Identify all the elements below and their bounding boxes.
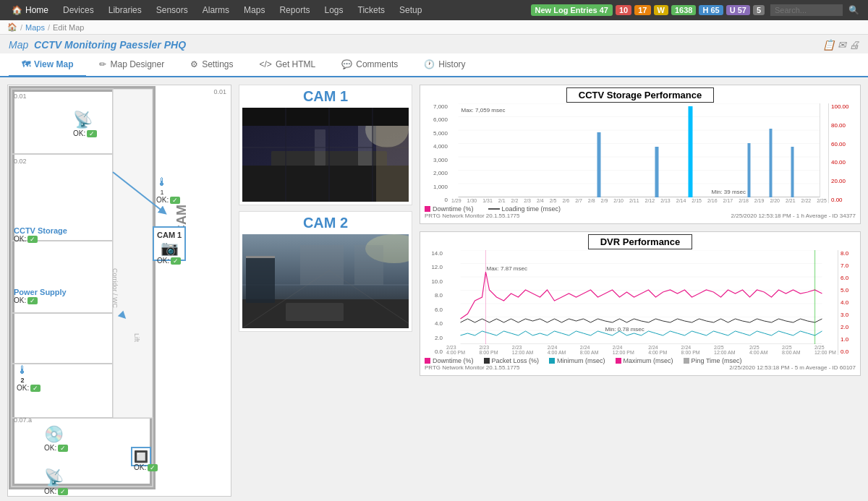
router-bottom-ok: OK: ✓ bbox=[44, 487, 68, 495]
svg-rect-33 bbox=[286, 303, 344, 321]
dvr-chart-card: DVR Performance 14.0 12.0 10.0 8.0 6.0 4… bbox=[420, 231, 861, 376]
power-ok: OK: ✓ bbox=[14, 296, 38, 304]
svg-rect-20 bbox=[242, 108, 409, 126]
svg-rect-50 bbox=[770, 129, 773, 197]
nav-alarms[interactable]: Alarms bbox=[197, 2, 235, 18]
cctv-storage-link[interactable]: CCTV Storage bbox=[14, 226, 67, 235]
sensor2-number: 2 bbox=[17, 377, 28, 384]
power-supply-block: Power Supply OK: ✓ bbox=[14, 288, 67, 296]
page-title: Map CCTV Monitoring Paessler PHQ 📋 ✉ 🖨 bbox=[0, 35, 868, 53]
legend-downtime-icon bbox=[425, 206, 430, 212]
tab-view-map[interactable]: 🗺 View Map bbox=[9, 53, 86, 77]
nav-logs[interactable]: Logs bbox=[318, 2, 349, 18]
router-bottom-device: 📡 OK: ✓ bbox=[44, 468, 64, 487]
search-icon[interactable]: 🔍 bbox=[846, 5, 862, 15]
svg-rect-29 bbox=[246, 256, 275, 303]
storage-legend: Downtime (%) Loading time (msec) bbox=[425, 205, 856, 213]
svg-text:Min: 0.78 msec: Min: 0.78 msec bbox=[605, 326, 644, 333]
cam1-device-block: CAM 1 📷 OK: ✓ bbox=[153, 226, 186, 261]
cam1-icon: 📷 bbox=[157, 239, 182, 257]
sensor1-icon: 🌡 bbox=[156, 176, 168, 189]
svg-rect-36 bbox=[354, 245, 383, 285]
badge-red: 10 bbox=[616, 5, 631, 15]
router-ok-status: OK: ✓ bbox=[73, 129, 97, 137]
router-bottom-check: ✓ bbox=[58, 488, 68, 495]
nav-sensors[interactable]: Sensors bbox=[150, 2, 194, 18]
search-input[interactable] bbox=[770, 4, 843, 16]
nav-tickets[interactable]: Tickets bbox=[352, 2, 391, 18]
nav-setup[interactable]: Setup bbox=[393, 2, 427, 18]
sensor1-number: 1 bbox=[156, 189, 168, 196]
tab-settings[interactable]: ⚙ Settings bbox=[177, 53, 246, 77]
dvr-chart-area: Max: 7.87 msec Min: 0.78 msec 2/234:00 P… bbox=[446, 250, 836, 355]
svg-rect-51 bbox=[791, 147, 794, 197]
network-switch-icon: 🔲 bbox=[134, 450, 148, 463]
badge-orange: 17 bbox=[634, 5, 650, 15]
tab-history[interactable]: 🕐 History bbox=[411, 53, 478, 77]
legend-loading-label: Loading time (msec) bbox=[502, 205, 561, 213]
breadcrumb-maps-link[interactable]: Maps bbox=[25, 23, 45, 32]
nav-home[interactable]: 🏠 Home bbox=[6, 2, 54, 18]
cam1-ok: OK: ✓ bbox=[157, 257, 181, 265]
dvr-chart-svg: Max: 7.87 msec Min: 0.78 msec bbox=[446, 250, 836, 344]
storage-chart-card: CCTV Storage Performance 7,000 6,000 5,0… bbox=[420, 85, 861, 224]
breadcrumb: 🏠 / Maps / Edit Map bbox=[0, 20, 868, 35]
html-icon: </> bbox=[260, 59, 272, 69]
router-device: 📡 OK: ✓ bbox=[73, 111, 93, 129]
section-007a-label: 0.07.a bbox=[14, 416, 32, 424]
cam2-card: CAM 2 bbox=[239, 211, 412, 332]
svg-rect-49 bbox=[748, 143, 751, 197]
svg-rect-25 bbox=[376, 126, 409, 202]
power-check: ✓ bbox=[27, 297, 38, 304]
nav-libraries[interactable]: Libraries bbox=[103, 2, 148, 18]
sensor2-device: 🌡 2 OK: ✓ bbox=[17, 364, 28, 384]
breadcrumb-current: Edit Map bbox=[53, 23, 84, 32]
sensor1-ok: OK: ✓ bbox=[156, 196, 180, 204]
sensor2-ok: OK: ✓ bbox=[17, 384, 41, 392]
sensor1-device: 🌡 1 OK: ✓ bbox=[156, 176, 168, 196]
cam1-image bbox=[242, 108, 409, 202]
dvr-chart-title: DVR Performance bbox=[588, 234, 693, 249]
dvr-meta: PRTG Network Monitor 20.1.55.1775 2/25/2… bbox=[425, 364, 856, 371]
cam1-check: ✓ bbox=[171, 257, 181, 265]
svg-rect-18 bbox=[358, 122, 373, 166]
dvr-y-axis-right: 8.0 7.0 6.0 5.0 4.0 3.0 2.0 1.0 0.0 bbox=[838, 250, 856, 355]
svg-text:0.01: 0.01 bbox=[14, 93, 27, 100]
cam2-feed-svg bbox=[242, 234, 409, 328]
nav-reports[interactable]: Reports bbox=[273, 2, 315, 18]
svg-rect-46 bbox=[597, 132, 601, 197]
svg-rect-1 bbox=[12, 89, 113, 154]
dvr-x-axis: 2/234:00 PM 2/238:00 PM 2/2312:00 AM 2/2… bbox=[446, 345, 836, 355]
tab-get-html[interactable]: </> Get HTML bbox=[247, 53, 329, 77]
svg-rect-4 bbox=[12, 313, 113, 364]
new-log-badge[interactable]: New Log Entries 47 bbox=[531, 4, 613, 16]
cctv-ok-check: ✓ bbox=[27, 236, 38, 243]
router-bottom-icon: 📡 bbox=[44, 468, 64, 487]
settings-icon: ⚙ bbox=[190, 59, 198, 69]
power-supply-link[interactable]: Power Supply bbox=[14, 288, 67, 296]
breadcrumb-home-icon: 🏠 bbox=[7, 22, 17, 32]
tab-comments[interactable]: 💬 Comments bbox=[328, 53, 411, 77]
storage-meta: PRTG Network Monitor 20.1.55.1775 2/25/2… bbox=[425, 213, 856, 219]
top-navigation: 🏠 Home Devices Libraries Sensors Alarms … bbox=[0, 0, 868, 20]
map-icon: 🗺 bbox=[22, 59, 30, 69]
svg-text:Max: 7.87 msec: Max: 7.87 msec bbox=[487, 265, 527, 272]
floor-plan: 0.01 Corridor / WC Lift bbox=[7, 85, 231, 497]
storage-x-axis: 1/291/301/312/12/2 2/32/42/52/62/7 2/82/… bbox=[451, 198, 827, 203]
svg-rect-7 bbox=[113, 89, 153, 418]
badge-blue-h: H 65 bbox=[699, 5, 723, 15]
svg-text:Corridor / WC: Corridor / WC bbox=[111, 268, 119, 309]
router-check: ✓ bbox=[87, 130, 97, 137]
sensor2-check: ✓ bbox=[30, 385, 41, 392]
cctv-storage-ok: OK: ✓ bbox=[14, 235, 38, 243]
dvr-y-axis-left: 14.0 12.0 10.0 8.0 6.0 4.0 2.0 0.0 bbox=[425, 250, 445, 355]
svg-rect-35 bbox=[300, 245, 344, 285]
sensor2-icon: 🌡 bbox=[17, 364, 28, 377]
net-switch-check: ✓ bbox=[148, 464, 158, 471]
tab-map-designer[interactable]: ✏ Map Designer bbox=[86, 53, 177, 77]
camera-panel: CAM 1 bbox=[239, 85, 412, 497]
nav-maps[interactable]: Maps bbox=[238, 2, 271, 18]
badge-purple-u: U 57 bbox=[726, 5, 750, 15]
nav-devices[interactable]: Devices bbox=[57, 2, 100, 18]
cam1-title: CAM 1 bbox=[242, 88, 409, 105]
